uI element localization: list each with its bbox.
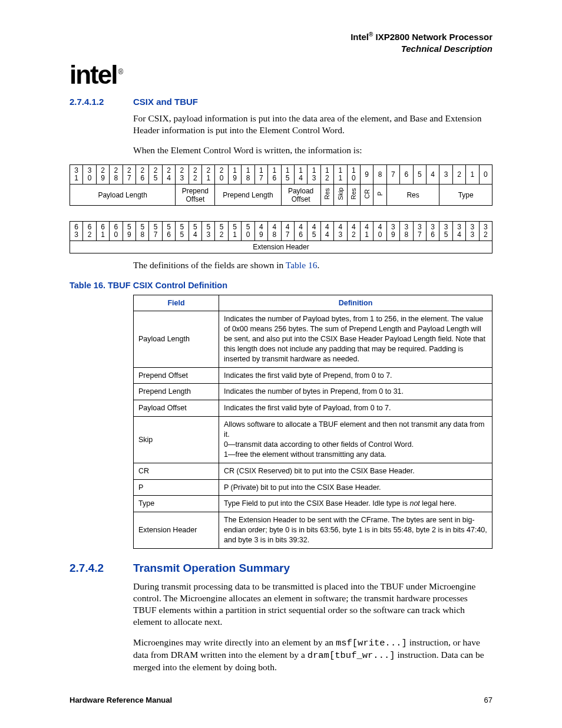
bit-cell: 5 3: [202, 221, 215, 241]
bit-cell: 6: [400, 164, 413, 184]
paragraph: For CSIX, payload information is put int…: [133, 113, 492, 136]
table-row: Payload LengthIndicates the number of Pa…: [134, 311, 492, 367]
field-name: Payload Length: [134, 311, 219, 367]
bit-cell: 1 0: [347, 164, 360, 184]
bit-cell: 5 5: [176, 221, 189, 241]
bit-cell: 0: [479, 164, 492, 184]
paragraph: During transmit processing data to be tr…: [133, 581, 492, 628]
bit-cell: 3 8: [400, 221, 413, 241]
field-definition: Indicates the number of Payload bytes, f…: [219, 311, 492, 367]
bit-cell: 4 3: [334, 221, 347, 241]
bit-cell: 2 9: [96, 164, 109, 184]
bit-cell: 1 2: [320, 164, 333, 184]
bit-cell: 2 1: [202, 164, 215, 184]
field-definition: Allows software to allocate a TBUF eleme…: [219, 417, 492, 463]
bit-cell: 6 3: [70, 221, 83, 241]
bit-cell: 3 5: [439, 221, 452, 241]
table-row: Prepend OffsetIndicates the first valid …: [134, 367, 492, 384]
bit-cell: 8: [373, 164, 386, 184]
bit-cell: 4 1: [360, 221, 373, 241]
bit-cell: 4 2: [347, 221, 360, 241]
bit-cell: 2 7: [123, 164, 135, 184]
field-definition: The Extension Header to be sent with the…: [219, 512, 492, 549]
bit-cell: 2 2: [189, 164, 201, 184]
bit-cell: 4 5: [308, 221, 320, 241]
bit-cell: 3 6: [426, 221, 439, 241]
bit-cell: 4 8: [268, 221, 281, 241]
paragraph: When the Element Control Word is written…: [133, 144, 492, 156]
th-field: Field: [134, 295, 219, 311]
bit-cell: 3 1: [70, 164, 83, 184]
section-number: 2.7.4.1.2: [70, 97, 133, 107]
field-name: Payload Offset: [134, 400, 219, 417]
field-p: P: [373, 185, 386, 205]
field-type: Type: [439, 185, 492, 205]
table-row: Prepend LengthIndicates the number of by…: [134, 384, 492, 400]
bit-cell: 3 9: [386, 221, 399, 241]
bit-cell: 6 0: [110, 221, 123, 241]
intel-logo: intel®: [70, 60, 123, 90]
bit-cell: 1 9: [228, 164, 241, 184]
field-name: Type: [134, 496, 219, 512]
field-definition: Type Field to put into the CSIX Base Hea…: [219, 496, 492, 512]
field-skip: Skip: [334, 185, 347, 205]
field-prepend-offset: Prepend Offset: [176, 185, 215, 205]
bit-cell: 2 4: [162, 164, 175, 184]
bit-cell: 5 4: [189, 221, 201, 241]
section-heading-csix-tbuf: 2.7.4.1.2 CSIX and TBUF: [70, 97, 492, 107]
hdr-prefix: Intel: [351, 32, 369, 42]
bit-cell: 1 1: [334, 164, 347, 184]
table-row: Extension HeaderThe Extension Header to …: [134, 512, 492, 549]
field-name: P: [134, 479, 219, 496]
bit-cell: 5 1: [228, 221, 241, 241]
bit-cell: 1 3: [308, 164, 320, 184]
field-definition: P (Private) bit to put into the CSIX Bas…: [219, 479, 492, 496]
field-res: Res: [347, 185, 360, 205]
field-definition: Indicates the first valid byte of Payloa…: [219, 400, 492, 417]
bit-cell: 9: [360, 164, 373, 184]
page-footer: Hardware Reference Manual 67: [70, 696, 492, 704]
table-row: SkipAllows software to allocate a TBUF e…: [134, 417, 492, 463]
field-cr: CR: [360, 185, 373, 205]
bit-cell: 1 4: [294, 164, 307, 184]
bit-cell: 3 2: [479, 221, 492, 241]
field-name: Prepend Length: [134, 384, 219, 400]
section-title: Transmit Operation Summary: [133, 562, 290, 575]
bit-cell: 1: [466, 164, 479, 184]
table-row: TypeType Field to put into the CSIX Base…: [134, 496, 492, 512]
field-definition: Indicates the first valid byte of Prepen…: [219, 367, 492, 384]
bit-cell: 2 5: [149, 164, 162, 184]
field-prepend-length: Prepend Length: [215, 185, 281, 205]
bit-cell: 3 7: [413, 221, 426, 241]
code-dram-tbufwr: dram[tbuf_wr...]: [308, 650, 395, 661]
bit-cell: 5 0: [242, 221, 254, 241]
table-row: Payload OffsetIndicates the first valid …: [134, 400, 492, 417]
field-res: Res: [320, 185, 333, 205]
bit-cell: 5 6: [162, 221, 175, 241]
bit-cell: 3 0: [83, 164, 96, 184]
bit-cell: 2 0: [215, 164, 228, 184]
bit-cell: 6 1: [96, 221, 109, 241]
section-title: CSIX and TBUF: [133, 97, 198, 107]
bit-cell: 1 6: [268, 164, 281, 184]
bit-cell: 4 0: [373, 221, 386, 241]
field-payload-length: Payload Length: [70, 185, 176, 205]
bit-cell: 2: [452, 164, 465, 184]
bit-cell: 2 8: [110, 164, 123, 184]
field-res: Res: [386, 185, 439, 205]
footer-page-number: 67: [484, 696, 492, 704]
bit-cell: 3: [439, 164, 452, 184]
field-payload-offset: Payload Offset: [281, 185, 320, 205]
bit-cell: 3 3: [466, 221, 479, 241]
field-definition: Indicates the number of bytes in Prepend…: [219, 384, 492, 400]
bitfield-table-lo: 6 36 26 16 05 95 85 75 65 55 45 35 25 15…: [70, 221, 492, 253]
bit-cell: 1 5: [281, 164, 294, 184]
bit-cell: 5 7: [149, 221, 162, 241]
bit-cell: 7: [386, 164, 399, 184]
bit-cell: 5 9: [123, 221, 135, 241]
table16-link[interactable]: Table 16: [286, 260, 318, 270]
table-row: PP (Private) bit to put into the CSIX Ba…: [134, 479, 492, 496]
bit-cell: 5 8: [136, 221, 149, 241]
th-definition: Definition: [219, 295, 492, 311]
bit-cell: 4: [426, 164, 439, 184]
